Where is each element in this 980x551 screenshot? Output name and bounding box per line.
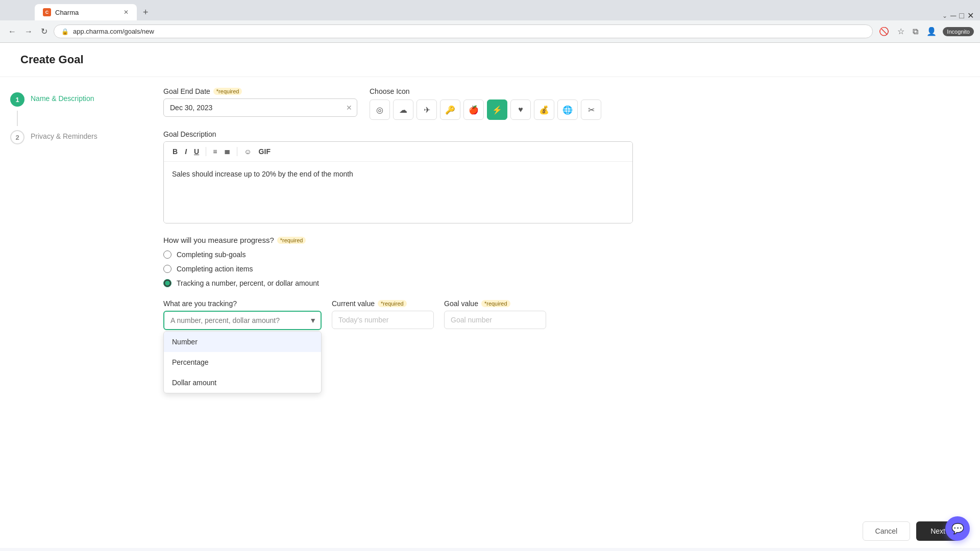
current-value-label: Current value *required <box>332 299 434 308</box>
sidebar: 1 Name & Description 2 Privacy & Reminde… <box>0 77 143 536</box>
profile-icon[interactable]: 👤 <box>924 24 939 38</box>
radio-sub-goals-label: Completing sub-goals <box>177 251 246 259</box>
icon-btn-6[interactable]: ♥ <box>510 99 531 120</box>
toolbar-separator-2 <box>237 147 237 156</box>
lock-icon: 🔒 <box>61 28 69 35</box>
radio-action-items-input[interactable] <box>163 265 172 273</box>
icon-btn-2[interactable]: ✈ <box>416 99 437 120</box>
page-header: Create Goal <box>0 43 980 77</box>
minimize-button[interactable]: ─ <box>950 11 956 20</box>
refresh-button[interactable]: ↻ <box>39 24 50 38</box>
tracking-dropdown-wrapper: ▼ Number Percentage Dollar amount <box>163 311 322 330</box>
forward-button[interactable]: → <box>22 25 35 38</box>
measure-progress-section: How will you measure progress? *required… <box>163 236 633 287</box>
close-tab-button[interactable]: ✕ <box>124 9 129 16</box>
goal-description-label: Goal Description <box>163 130 633 138</box>
step-1-label: Name & Description <box>31 92 94 103</box>
page-body: 1 Name & Description 2 Privacy & Reminde… <box>0 77 980 536</box>
icon-btn-0[interactable]: ◎ <box>370 99 390 120</box>
extensions-icon[interactable]: ⧉ <box>911 25 920 38</box>
editor-content[interactable]: Sales should increase up to 20% by the e… <box>164 162 632 223</box>
icon-btn-9[interactable]: ✂ <box>581 99 601 120</box>
tab-dropdown-button[interactable]: ⌄ <box>942 11 947 20</box>
icon-btn-1[interactable]: ☁ <box>393 99 413 120</box>
step-1-number: 1 <box>10 92 24 107</box>
icon-btn-5[interactable]: ⚡ <box>487 99 507 120</box>
active-tab[interactable]: C Charma ✕ <box>35 4 137 20</box>
goal-value-required: *required <box>481 300 510 307</box>
browser-chrome: C Charma ✕ + ⌄ ─ □ ✕ ← → ↻ 🔒 app.charma.… <box>0 0 980 43</box>
step-2-label: Privacy & Reminders <box>31 130 97 140</box>
dropdown-item-percentage[interactable]: Percentage <box>164 352 321 372</box>
icon-btn-7[interactable]: 💰 <box>534 99 554 120</box>
page: Create Goal 1 Name & Description 2 Priva… <box>0 43 980 548</box>
radio-sub-goals-input[interactable] <box>163 251 172 259</box>
current-value-required: *required <box>378 300 407 307</box>
ordered-list-button[interactable]: ≣ <box>222 146 233 157</box>
bookmark-icon[interactable]: ☆ <box>895 24 906 38</box>
radio-action-items-label: Completing action items <box>177 265 253 273</box>
radio-tracking-input[interactable] <box>163 279 172 287</box>
goal-end-date-label: Goal End Date *required <box>163 87 357 95</box>
what-are-you-tracking-group: What are you tracking? ▼ Number Percenta… <box>163 299 322 330</box>
icon-chooser-label: Choose Icon <box>370 87 601 95</box>
new-tab-button[interactable]: + <box>139 5 153 20</box>
radio-group: Completing sub-goals Completing action i… <box>163 251 633 287</box>
tracking-dropdown-input[interactable] <box>163 311 322 330</box>
icon-btn-4[interactable]: 🍎 <box>463 99 484 120</box>
dropdown-item-dollar[interactable]: Dollar amount <box>164 372 321 393</box>
step-connector <box>17 111 18 126</box>
browser-toolbar: ← → ↻ 🔒 app.charma.com/goals/new 🚫 ☆ ⧉ 👤… <box>0 20 980 43</box>
address-bar[interactable]: 🔒 app.charma.com/goals/new <box>54 24 873 38</box>
measure-required: *required <box>277 237 306 244</box>
cancel-button[interactable]: Cancel <box>863 521 911 541</box>
radio-action-items[interactable]: Completing action items <box>163 265 633 273</box>
icon-btn-8[interactable]: 🌐 <box>557 99 578 120</box>
step-2-number: 2 <box>10 130 24 144</box>
tab-title: Charma <box>55 9 119 16</box>
radio-sub-goals[interactable]: Completing sub-goals <box>163 251 633 259</box>
maximize-button[interactable]: □ <box>959 11 964 20</box>
measure-progress-label: How will you measure progress? *required <box>163 236 633 244</box>
tab-bar: C Charma ✕ + ⌄ ─ □ ✕ <box>0 0 980 20</box>
close-window-button[interactable]: ✕ <box>967 11 974 20</box>
radio-tracking[interactable]: Tracking a number, percent, or dollar am… <box>163 279 633 287</box>
goal-value-group: Goal value *required <box>444 299 546 329</box>
bold-button[interactable]: B <box>170 146 180 157</box>
goal-end-date-group: Goal End Date *required ✕ <box>163 87 357 117</box>
top-form-row: Goal End Date *required ✕ Choose Icon ◎ … <box>163 87 633 120</box>
description-editor: B I U ≡ ≣ ☺ GIF Sales should increase up… <box>163 141 633 223</box>
tracking-label: What are you tracking? <box>163 299 322 308</box>
emoji-button[interactable]: ☺ <box>241 146 254 157</box>
current-value-input[interactable] <box>332 311 434 329</box>
sidebar-step-1[interactable]: 1 Name & Description <box>10 92 133 107</box>
current-value-group: Current value *required <box>332 299 434 329</box>
chat-button[interactable]: 💬 <box>945 516 970 541</box>
tracking-dropdown-menu: Number Percentage Dollar amount <box>163 331 322 393</box>
dropdown-item-number[interactable]: Number <box>164 332 321 352</box>
italic-button[interactable]: I <box>182 146 189 157</box>
icon-chooser-group: Choose Icon ◎ ☁ ✈ 🔑 🍎 ⚡ ♥ 💰 🌐 ✂ <box>370 87 601 120</box>
underline-button[interactable]: U <box>191 146 202 157</box>
goal-description-group: Goal Description B I U ≡ ≣ ☺ GIF Sales s… <box>163 130 633 223</box>
browser-actions: 🚫 ☆ ⧉ 👤 Incognito <box>877 24 974 38</box>
goal-value-input[interactable] <box>444 311 546 329</box>
goal-end-date-input[interactable] <box>163 98 357 117</box>
radio-tracking-label: Tracking a number, percent, or dollar am… <box>177 279 319 287</box>
address-text: app.charma.com/goals/new <box>73 28 865 35</box>
date-clear-button[interactable]: ✕ <box>346 104 352 112</box>
editor-toolbar: B I U ≡ ≣ ☺ GIF <box>164 142 632 162</box>
main-content: Goal End Date *required ✕ Choose Icon ◎ … <box>143 77 653 536</box>
icon-grid: ◎ ☁ ✈ 🔑 🍎 ⚡ ♥ 💰 🌐 ✂ <box>370 99 601 120</box>
back-button[interactable]: ← <box>6 25 18 38</box>
incognito-badge: Incognito <box>943 27 974 36</box>
gif-button[interactable]: GIF <box>256 146 273 157</box>
date-input-wrapper: ✕ <box>163 98 357 117</box>
tracking-row: What are you tracking? ▼ Number Percenta… <box>163 299 633 330</box>
bullet-list-button[interactable]: ≡ <box>210 146 219 157</box>
eye-slash-icon[interactable]: 🚫 <box>877 24 891 38</box>
tab-favicon: C <box>43 8 51 16</box>
page-title: Create Goal <box>20 53 960 66</box>
sidebar-step-2[interactable]: 2 Privacy & Reminders <box>10 130 133 144</box>
icon-btn-3[interactable]: 🔑 <box>440 99 460 120</box>
